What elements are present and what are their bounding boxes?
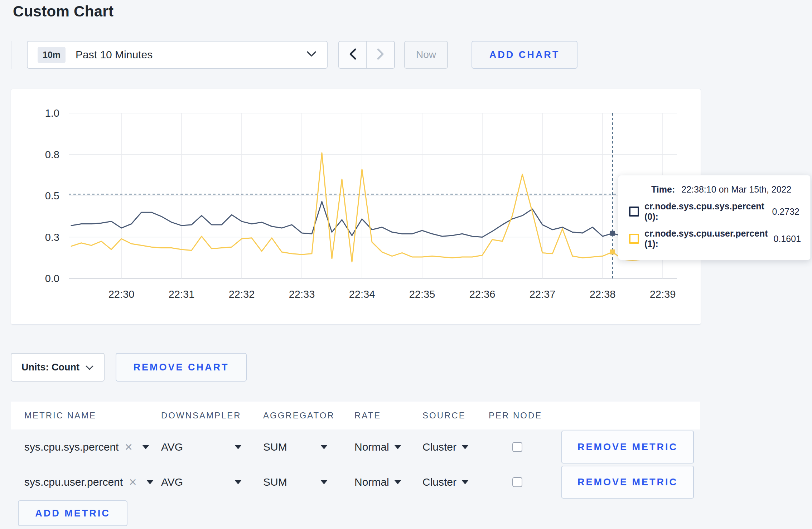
svg-text:22:39: 22:39 xyxy=(650,288,676,300)
svg-text:22:34: 22:34 xyxy=(349,288,375,300)
add-metric-button[interactable]: ADD METRIC xyxy=(18,500,127,526)
downsampler-select[interactable]: AVG xyxy=(161,465,242,500)
source-select[interactable]: Cluster xyxy=(422,465,469,500)
metrics-table-header: METRIC NAME DOWNSAMPLER AGGREGATOR RATE … xyxy=(11,402,700,429)
caret-down-icon xyxy=(394,445,401,449)
chart-tooltip: Time: 22:38:10 on Mar 15th, 2022 cr.node… xyxy=(618,175,811,260)
source-value: Cluster xyxy=(422,441,456,453)
caret-down-icon xyxy=(394,480,401,484)
svg-text:0.8: 0.8 xyxy=(45,149,59,160)
downsampler-value: AVG xyxy=(161,441,183,453)
svg-text:22:31: 22:31 xyxy=(169,288,195,300)
caret-down-icon xyxy=(320,445,328,449)
chevron-left-icon xyxy=(348,48,357,62)
rate-select[interactable]: Normal xyxy=(354,429,401,465)
tooltip-time-value: 22:38:10 on Mar 15th, 2022 xyxy=(681,184,791,195)
add-chart-button[interactable]: ADD CHART xyxy=(472,41,577,69)
chevron-down-icon xyxy=(306,51,317,59)
caret-down-icon xyxy=(320,480,328,484)
tooltip-time-label: Time: xyxy=(651,184,675,195)
tooltip-series-label: cr.node.sys.cpu.user.percent (1): xyxy=(644,228,768,249)
chevron-right-icon xyxy=(376,48,385,62)
aggregator-value: SUM xyxy=(263,441,287,453)
svg-text:0.0: 0.0 xyxy=(45,273,59,284)
column-header-source: SOURCE xyxy=(422,402,466,429)
caret-down-icon xyxy=(235,480,242,484)
aggregator-value: SUM xyxy=(263,476,287,488)
time-range-label: Past 10 Minutes xyxy=(76,49,153,61)
column-header-per-node: PER NODE xyxy=(489,402,542,429)
tooltip-series-value: 0.1601 xyxy=(774,234,801,244)
downsampler-value: AVG xyxy=(161,476,183,488)
toolbar: 10m Past 10 Minutes Now ADD CHART xyxy=(11,41,577,69)
remove-metric-button[interactable]: REMOVE METRIC xyxy=(561,466,694,499)
svg-text:0.5: 0.5 xyxy=(45,190,59,202)
chart-controls: Units: Count REMOVE CHART xyxy=(11,353,247,382)
chevron-down-icon xyxy=(85,362,94,373)
caret-down-icon xyxy=(146,480,154,484)
caret-down-icon xyxy=(461,445,469,449)
chart-card: 0.00.30.50.81.022:3022:3122:3222:3322:34… xyxy=(11,89,701,325)
series-sys-swatch-icon xyxy=(629,207,639,217)
page-title: Custom Chart xyxy=(13,3,113,20)
time-nav-group xyxy=(338,41,395,69)
aggregator-select[interactable]: SUM xyxy=(263,429,328,465)
toolbar-divider xyxy=(11,41,11,69)
remove-chart-button[interactable]: REMOVE CHART xyxy=(116,353,247,382)
downsampler-select[interactable]: AVG xyxy=(161,429,242,465)
per-node-checkbox[interactable] xyxy=(512,477,522,487)
metric-row: sys.cpu.user.percent ✕ AVG SUM Normal Cl… xyxy=(11,465,700,500)
tooltip-series-row: cr.node.sys.cpu.sys.percent (0): 0.2732 xyxy=(629,201,799,222)
next-time-button[interactable] xyxy=(366,42,394,68)
rate-select[interactable]: Normal xyxy=(354,465,401,500)
svg-text:0.3: 0.3 xyxy=(45,232,59,243)
metrics-table: METRIC NAME DOWNSAMPLER AGGREGATOR RATE … xyxy=(11,402,700,526)
rate-value: Normal xyxy=(354,441,389,453)
svg-text:1.0: 1.0 xyxy=(45,107,59,119)
rate-value: Normal xyxy=(354,476,389,488)
svg-text:22:32: 22:32 xyxy=(229,288,255,300)
metric-name-select[interactable]: sys.cpu.sys.percent ✕ xyxy=(24,429,149,465)
remove-metric-button[interactable]: REMOVE METRIC xyxy=(561,431,694,464)
timeseries-chart-plot[interactable]: 0.00.30.50.81.022:3022:3122:3222:3322:34… xyxy=(11,89,701,324)
svg-text:22:36: 22:36 xyxy=(469,288,496,300)
column-header-downsampler: DOWNSAMPLER xyxy=(161,402,241,429)
per-node-cell xyxy=(489,429,546,465)
svg-text:22:37: 22:37 xyxy=(530,288,556,300)
svg-text:22:30: 22:30 xyxy=(108,288,135,300)
column-header-rate: RATE xyxy=(354,402,381,429)
svg-text:22:38: 22:38 xyxy=(590,288,616,300)
source-value: Cluster xyxy=(422,476,456,488)
source-select[interactable]: Cluster xyxy=(422,429,469,465)
aggregator-select[interactable]: SUM xyxy=(263,465,328,500)
time-range-badge: 10m xyxy=(38,47,66,63)
svg-text:22:35: 22:35 xyxy=(409,288,435,300)
units-dropdown[interactable]: Units: Count xyxy=(11,353,105,382)
clear-metric-icon[interactable]: ✕ xyxy=(124,441,132,453)
per-node-cell xyxy=(489,465,546,500)
metric-name-value: sys.cpu.sys.percent xyxy=(24,441,119,453)
metric-name-value: sys.cpu.user.percent xyxy=(24,476,123,488)
tooltip-series-row: cr.node.sys.cpu.user.percent (1): 0.1601 xyxy=(629,228,799,249)
tooltip-series-label: cr.node.sys.cpu.sys.percent (0): xyxy=(644,201,767,222)
prev-time-button[interactable] xyxy=(339,42,366,68)
time-range-dropdown[interactable]: 10m Past 10 Minutes xyxy=(27,41,328,69)
column-header-aggregator: AGGREGATOR xyxy=(263,402,335,429)
svg-text:22:33: 22:33 xyxy=(289,288,315,300)
now-button[interactable]: Now xyxy=(404,41,448,69)
per-node-checkbox[interactable] xyxy=(512,442,522,452)
clear-metric-icon[interactable]: ✕ xyxy=(129,476,137,488)
metric-row: sys.cpu.sys.percent ✕ AVG SUM Normal Clu… xyxy=(11,429,700,465)
caret-down-icon xyxy=(235,445,242,449)
series-user-swatch-icon xyxy=(629,234,639,244)
caret-down-icon xyxy=(461,480,469,484)
tooltip-series-value: 0.2732 xyxy=(772,207,799,217)
caret-down-icon xyxy=(142,445,149,449)
units-label: Units: Count xyxy=(21,362,79,373)
column-header-metric-name: METRIC NAME xyxy=(24,402,96,429)
metric-name-select[interactable]: sys.cpu.user.percent ✕ xyxy=(24,465,154,500)
tooltip-time-row: Time: 22:38:10 on Mar 15th, 2022 xyxy=(651,184,799,195)
